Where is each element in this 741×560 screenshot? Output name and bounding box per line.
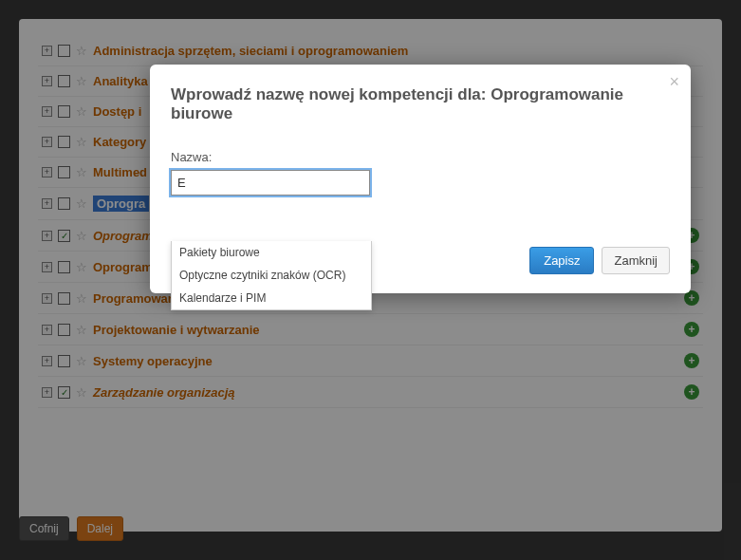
autocomplete-item[interactable]: Optyczne czytniki znaków (OCR) bbox=[172, 264, 371, 287]
new-competency-modal: × Wprowadź nazwę nowej kompetencji dla: … bbox=[150, 65, 691, 293]
name-input[interactable] bbox=[171, 170, 370, 196]
save-button[interactable]: Zapisz bbox=[529, 247, 594, 274]
modal-title: Wprowadź nazwę nowej kompetencji dla: Op… bbox=[171, 85, 670, 123]
autocomplete-dropdown: Pakiety biuroweOptyczne czytniki znaków … bbox=[171, 241, 372, 310]
name-field-label: Nazwa: bbox=[171, 150, 670, 164]
autocomplete-item[interactable]: Kalendarze i PIM bbox=[172, 287, 371, 309]
autocomplete-item[interactable]: Pakiety biurowe bbox=[172, 241, 371, 264]
close-icon[interactable]: × bbox=[669, 72, 679, 92]
close-button[interactable]: Zamknij bbox=[602, 247, 670, 274]
